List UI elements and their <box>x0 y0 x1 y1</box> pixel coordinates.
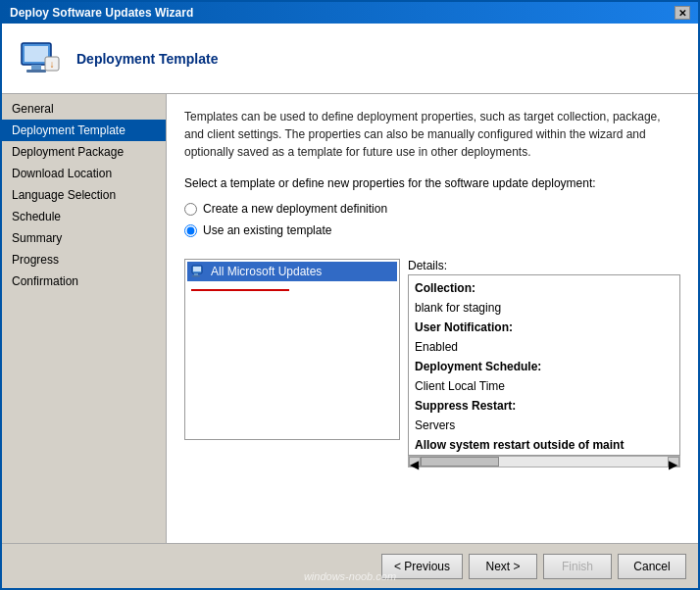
radio-new-label: Create a new deployment definition <box>203 202 387 216</box>
details-box[interactable]: Collection: blank for staging User Notif… <box>408 274 680 456</box>
dialog-title: Deploy Software Updates Wizard <box>10 6 193 20</box>
radio-new[interactable] <box>184 203 197 216</box>
header-area: ↓ Deployment Template <box>2 24 698 94</box>
next-button[interactable]: Next > <box>469 554 537 579</box>
template-list-box[interactable]: All Microsoft Updates <box>184 259 400 440</box>
sidebar-item-schedule[interactable]: Schedule <box>2 206 166 227</box>
red-divider <box>191 289 289 291</box>
dialog-window: Deploy Software Updates Wizard ✕ ↓ Deplo… <box>0 0 700 590</box>
detail-notification-val: Enabled <box>415 338 674 356</box>
detail-schedule-key: Deployment Schedule: <box>415 358 674 375</box>
content-area: General Deployment Template Deployment P… <box>2 94 698 543</box>
detail-allow-key: Allow system restart outside of maint <box>415 436 674 454</box>
svg-rect-9 <box>192 275 200 277</box>
radio-row-new[interactable]: Create a new deployment definition <box>184 202 680 216</box>
radio-row-existing[interactable]: Use an existing template <box>184 223 680 237</box>
sidebar-item-deployment-template[interactable]: Deployment Template <box>2 120 166 141</box>
svg-rect-8 <box>194 273 198 275</box>
sidebar: General Deployment Template Deployment P… <box>2 94 167 543</box>
svg-rect-1 <box>25 46 48 62</box>
hscroll-left-btn[interactable]: ◀ <box>409 457 421 467</box>
svg-rect-3 <box>26 70 46 73</box>
main-panel: Templates can be used to define deployme… <box>167 94 698 543</box>
cancel-button[interactable]: Cancel <box>618 554 686 579</box>
hscroll-right-btn[interactable]: ▶ <box>668 457 679 467</box>
template-list-item[interactable]: All Microsoft Updates <box>187 262 397 281</box>
previous-button[interactable]: < Previous <box>381 554 463 579</box>
sidebar-item-summary[interactable]: Summary <box>2 227 166 249</box>
sidebar-item-general[interactable]: General <box>2 98 166 120</box>
detail-collection-key: Collection: <box>415 279 674 297</box>
wizard-icon: ↓ <box>16 35 63 82</box>
finish-button[interactable]: Finish <box>543 554 612 579</box>
title-bar: Deploy Software Updates Wizard ✕ <box>2 2 698 24</box>
sidebar-item-language-selection[interactable]: Language Selection <box>2 184 166 206</box>
detail-restart-val: Servers <box>415 417 674 434</box>
hscrollbar[interactable]: ◀ ▶ <box>408 456 680 467</box>
template-section: All Microsoft Updates Details: Collectio… <box>184 259 680 467</box>
wizard-svg-icon: ↓ <box>18 37 61 80</box>
detail-restart-key: Suppress Restart: <box>415 397 674 415</box>
template-item-icon <box>191 264 207 279</box>
radio-existing[interactable] <box>184 224 197 237</box>
radio-existing-label: Use an existing template <box>203 223 331 237</box>
header-title: Deployment Template <box>76 51 218 67</box>
details-scroll-wrapper: Collection: blank for staging User Notif… <box>408 274 680 467</box>
svg-rect-2 <box>31 65 41 70</box>
details-label: Details: <box>408 259 680 272</box>
sidebar-item-download-location[interactable]: Download Location <box>2 163 166 184</box>
sidebar-item-deployment-package[interactable]: Deployment Package <box>2 141 166 163</box>
sidebar-item-confirmation[interactable]: Confirmation <box>2 270 166 292</box>
select-label: Select a template or define new properti… <box>184 176 680 190</box>
svg-rect-7 <box>193 267 201 271</box>
sidebar-item-progress[interactable]: Progress <box>2 249 166 270</box>
detail-schedule-val: Client Local Time <box>415 377 674 395</box>
svg-text:↓: ↓ <box>50 59 55 70</box>
template-item-label: All Microsoft Updates <box>211 265 322 278</box>
detail-notification-key: User Notification: <box>415 319 674 336</box>
close-button[interactable]: ✕ <box>675 6 690 20</box>
description-text: Templates can be used to define deployme… <box>184 108 680 161</box>
detail-collection-val: blank for staging <box>415 299 674 317</box>
hscroll-thumb <box>421 457 499 467</box>
radio-group: Create a new deployment definition Use a… <box>184 202 680 245</box>
footer: < Previous Next > Finish Cancel windows-… <box>2 543 698 588</box>
